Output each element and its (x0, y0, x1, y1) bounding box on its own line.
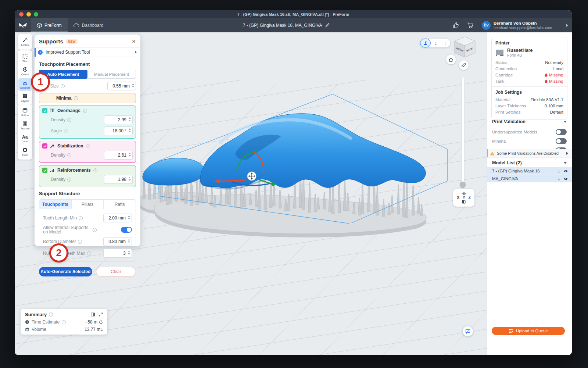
chevron-right-icon (135, 51, 137, 54)
tab-touchpoints[interactable]: Touchpoints (39, 200, 72, 209)
feedback-button[interactable] (462, 326, 473, 337)
info-icon[interactable]: i (74, 96, 78, 100)
print-settings-value: Default (550, 110, 563, 114)
view-mode-supports-off[interactable] (440, 39, 450, 47)
user-email: bernhard.vonoppeln@formlabs.com (494, 26, 552, 30)
cube-icon (37, 23, 42, 28)
tooth-length-min-input[interactable]: 2.00 mm (103, 214, 132, 222)
volume-value: 13.77 mL (85, 327, 103, 332)
account-menu[interactable]: Bv Bernhard von Oppeln bernhard.vonoppel… (478, 18, 572, 32)
visibility-eye-icon[interactable] (563, 169, 568, 173)
tool-size[interactable]: Size (18, 51, 32, 65)
magic-wand-icon (22, 37, 28, 43)
tool-1-click[interactable]: 1-Click (18, 35, 32, 49)
eye-icon[interactable] (462, 192, 466, 195)
reinforcements-checkbox[interactable] (42, 168, 47, 173)
tab-pillars[interactable]: Pillars (72, 200, 104, 209)
cloud-icon (74, 23, 79, 28)
improved-support-tool-banner[interactable]: i Improved Support Tool (35, 47, 140, 57)
axis-z-button[interactable]: Z (469, 196, 471, 200)
tool-hole[interactable]: Hole (18, 145, 32, 158)
touchpoint-placement-heading: Touchpoint Placement (39, 61, 136, 67)
home-view-button[interactable] (446, 55, 456, 64)
right-sidebar: Printer RussetHare Form 4B StatusNot rea… (487, 32, 572, 355)
printer-icon (495, 49, 504, 57)
supports-panel: Supports NEW ✕ i Improved Support Tool T… (35, 35, 140, 246)
tool-texture[interactable]: Texture (18, 119, 32, 132)
cart-button[interactable] (463, 18, 478, 32)
info-icon[interactable]: i (49, 312, 53, 317)
allow-internal-supports-toggle[interactable] (121, 227, 132, 233)
volume-icon (25, 327, 29, 332)
expand-icon[interactable] (99, 312, 103, 317)
manual-placement-tab[interactable]: Manual Placement (87, 70, 136, 79)
auto-generate-selected-button[interactable]: Auto-Generate Selected (39, 267, 92, 276)
minima-toggle[interactable] (556, 138, 567, 144)
layer-slider-handle[interactable] (460, 182, 466, 187)
printed-models[interactable] (143, 114, 426, 189)
panel-toggle-icon[interactable] (91, 312, 95, 317)
info-icon[interactable]: i (86, 144, 90, 148)
section-view-icon[interactable] (462, 200, 466, 204)
info-icon[interactable]: i (83, 109, 87, 113)
printer-identity[interactable]: RussetHare Form 4B (495, 48, 563, 57)
support-icon (22, 80, 28, 86)
layer-slider-track[interactable] (462, 77, 464, 187)
minima-label: Minima (56, 96, 71, 101)
info-icon[interactable]: i (61, 84, 65, 88)
chevron-right-icon (566, 152, 568, 155)
refresh-icon[interactable] (99, 320, 103, 324)
edit-pencil-icon[interactable] (325, 23, 330, 28)
tool-layout[interactable]: Layout (18, 91, 32, 104)
close-icon[interactable]: ✕ (132, 39, 136, 44)
hole-icon (22, 147, 28, 153)
model-supports-icon[interactable] (557, 169, 560, 173)
upload-to-queue-button[interactable]: Upload to Queue (492, 327, 565, 335)
tool-orient[interactable]: Orient (18, 65, 32, 78)
tool-label[interactable]: Aa Label (18, 132, 32, 145)
minima-section[interactable]: Minima i (39, 93, 136, 103)
clear-button[interactable]: Clear (96, 267, 136, 276)
3d-viewport[interactable]: RIGHT BACK X Y Z 1-Click (15, 32, 487, 355)
toolbar-group-prepare: Size Orient Support Layout (18, 50, 32, 106)
measure-ruler-button[interactable] (459, 60, 469, 70)
orientation-cube[interactable]: RIGHT BACK (453, 36, 477, 59)
feedback-thumbs-up-button[interactable] (448, 18, 463, 32)
reinforcements-icon (50, 168, 55, 172)
overhangs-angle-input[interactable]: 18.00 ° (104, 126, 133, 135)
info-icon[interactable]: i (93, 168, 97, 172)
point-size-input[interactable]: 0.55 mm (107, 82, 136, 90)
model-list-item[interactable]: 7 - (GP) Gingiva Mask 16 (487, 167, 572, 175)
view-mode-supports-mid[interactable] (431, 39, 441, 47)
info-icon: i (38, 50, 43, 55)
bottom-diameter-input[interactable]: 0.80 mm (103, 237, 132, 246)
preform-window: 7 - (GP) Gingiva Mask 16.stl, MA_GINGIVA… (15, 10, 572, 355)
tool-hollow[interactable]: Hollow (18, 106, 32, 119)
axis-y-button[interactable]: Y (463, 196, 465, 200)
print-validation-section[interactable]: Print Validation (487, 119, 572, 124)
stabilization-density-input[interactable]: 2.61 (104, 151, 133, 160)
annotation-step-2: 2 (49, 243, 68, 262)
tab-preform[interactable]: PreForm (31, 18, 68, 32)
model-list-section[interactable]: Model List (2) (487, 160, 572, 165)
banner-label: Improved Support Tool (46, 50, 90, 55)
tool-support[interactable]: Support (18, 78, 32, 91)
number-of-teeth-max-input[interactable]: 3 (103, 249, 132, 258)
visibility-eye-icon[interactable] (563, 177, 568, 181)
tab-dashboard[interactable]: Dashboard (68, 18, 110, 32)
chevron-down-icon (564, 162, 567, 164)
stabilization-checkbox[interactable] (42, 143, 47, 149)
summary-heading: Summary (25, 312, 47, 317)
model-list-item[interactable]: MA_GINGIVA (487, 175, 572, 182)
undersupported-models-toggle[interactable] (556, 129, 567, 135)
model-supports-icon[interactable] (557, 177, 560, 181)
axis-x-button[interactable]: X (457, 196, 459, 200)
tab-rafts[interactable]: Rafts (104, 200, 136, 209)
overhangs-density-input[interactable]: 2.99 (104, 115, 133, 124)
view-mode-supports-on[interactable] (420, 39, 431, 47)
overhangs-checkbox[interactable] (42, 108, 47, 113)
reinforcements-density-input[interactable]: 1.98 (104, 175, 133, 184)
svg-text:Aa: Aa (22, 135, 28, 139)
validation-warning-banner[interactable]: Some Print Validations Are Disabled (487, 149, 572, 158)
info-icon[interactable]: i (62, 320, 66, 324)
